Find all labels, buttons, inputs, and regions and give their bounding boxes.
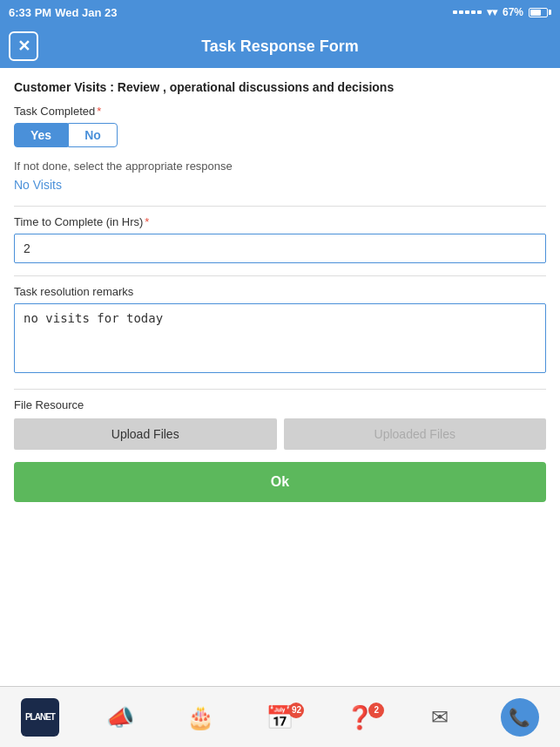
calendar-badge: 92 [288,703,304,718]
wifi-icon: ▾▾ [487,6,497,18]
upload-files-button[interactable]: Upload Files [14,418,277,450]
battery-percent: 67% [503,6,523,18]
time-to-complete-field: Time to Complete (in Hrs)* [14,215,546,263]
close-button[interactable]: ✕ [9,31,38,61]
divider-3 [14,389,546,390]
section-title: Customer Visits : Review , operational d… [14,80,546,94]
not-done-label: If not done, select the appropriate resp… [14,160,546,173]
battery-icon [529,8,551,17]
nav-item-mail[interactable]: ✉ [414,707,466,728]
time-display: 6:33 PM [9,6,51,19]
no-button[interactable]: No [68,123,118,147]
time-to-complete-label: Time to Complete (in Hrs)* [14,215,546,228]
help-badge: 2 [368,703,384,718]
nav-item-phone[interactable]: 📞 [494,698,546,737]
date-display: Wed Jan 23 [55,6,117,19]
uploaded-files-button[interactable]: Uploaded Files [284,418,547,450]
close-icon: ✕ [17,37,30,56]
required-asterisk-2: * [145,215,149,228]
phone-icon: 📞 [501,698,539,737]
task-resolution-textarea[interactable]: no visits for today [14,303,546,373]
header: ✕ Task Response Form [0,24,560,68]
ok-button[interactable]: Ok [14,462,546,502]
task-completed-label: Task Completed* [14,105,546,118]
divider-1 [14,206,546,207]
status-bar: 6:33 PM Wed Jan 23 ▾▾ 67% [0,0,560,24]
required-asterisk: * [97,105,101,118]
birthday-icon: 🎂 [186,706,214,729]
task-resolution-field: Task resolution remarks no visits for to… [14,285,546,377]
nav-item-calendar[interactable]: 92 📅 [253,706,306,729]
divider-2 [14,275,546,276]
status-bar-left: 6:33 PM Wed Jan 23 [9,6,117,19]
task-completed-field: Task Completed* Yes No [14,105,546,147]
nav-item-megaphone[interactable]: 📣 [94,706,146,729]
time-to-complete-input[interactable] [14,234,546,263]
no-visits-link[interactable]: No Visits [14,178,546,192]
megaphone-icon: 📣 [106,706,134,729]
yes-button[interactable]: Yes [14,123,68,147]
header-title: Task Response Form [201,37,359,56]
planet-icon: PLANET [21,698,59,737]
form-content: Customer Visits : Review , operational d… [0,68,560,514]
mail-icon: ✉ [431,707,449,728]
status-bar-right: ▾▾ 67% [453,6,551,18]
nav-item-help[interactable]: 2 ❓ [334,706,386,729]
nav-item-planet[interactable]: PLANET [14,698,66,737]
bottom-nav: PLANET 📣 🎂 92 📅 2 ❓ ✉ 📞 [0,686,560,747]
file-resource-label: File Resource [14,398,546,411]
yes-no-toggle: Yes No [14,123,546,147]
task-resolution-label: Task resolution remarks [14,285,546,298]
if-not-done-field: If not done, select the appropriate resp… [14,160,546,192]
signal-icon [453,10,482,14]
nav-item-birthday[interactable]: 🎂 [174,706,226,729]
file-buttons-group: Upload Files Uploaded Files [14,418,546,450]
file-resource-field: File Resource Upload Files Uploaded File… [14,398,546,450]
